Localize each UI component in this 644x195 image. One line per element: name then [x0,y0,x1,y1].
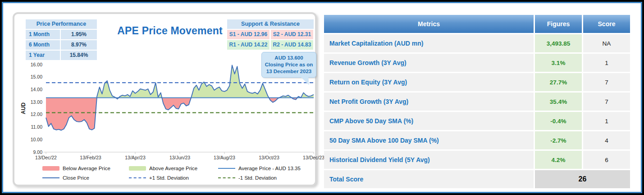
y-axis-tick-label: 12.00 [31,111,42,117]
legend-item: +1 Std. Deviation [129,175,218,181]
metric-figure-cell: 27.7% [535,73,582,91]
metrics-header-cell: Metrics [324,15,534,33]
y-axis-tick-label: 13.00 [31,99,42,105]
metric-figure-cell: 3,493.85 [535,34,582,52]
metric-score-cell: 6 [583,151,630,169]
metric-name-cell: Historical Dividend Yield (5Y Avg) [324,151,534,169]
price-performance-period: 1 Month [26,30,60,39]
metric-name-cell: Revenue Growth (3Y Avg) [324,54,534,72]
legend-label: Below Average Price [63,166,110,171]
metric-figure-cell: -2.7% [535,131,582,149]
dashboard-frame: Price Performance 1 Month1.95%6 Month8.9… [2,2,642,193]
price-performance-rows: 1 Month1.95%6 Month8.97%1 Year15.84% [26,30,97,60]
callout-text: AUD 13.600 Closing Price as on 13 Decemb… [265,55,313,74]
legend-line-swatch [42,177,59,178]
price-performance-period: 6 Month [26,40,60,50]
chart-title: APE Price Movement [98,25,242,37]
y-axis-tick-label: 14.00 [31,87,42,92]
score-header-cell: Score [583,15,630,33]
y-axis-title: AUD [20,102,27,114]
price-performance-value: 15.84% [61,51,97,60]
y-axis-tick-label: 10.00 [31,137,42,142]
metric-name-cell: Market Capitalization (AUD mn) [324,34,534,52]
price-performance-row: 1 Year15.84% [26,51,97,60]
metric-score-cell: 7 [583,73,630,91]
resistance-level-cell: R2 - AUD 14.83 [271,40,313,50]
chart-callout: AUD 13.600 Closing Price as on 13 Decemb… [261,52,316,78]
metrics-table: Metrics Figures Score Market Capitalizat… [324,15,630,188]
x-axis-tick-label: 13/Jun/23 [169,155,190,160]
support-resistance-table: Support & Resistance S1 - AUD 12.96S2 - … [227,19,314,51]
metric-score-cell: 4 [583,131,630,149]
metric-figure-cell: 4.2% [535,151,582,169]
legend-label: Average Price - AUD 13.35 [238,166,301,171]
metric-name-cell: CMP Above 50 Day SMA (%) [324,112,534,130]
metric-score-cell: 1 [583,112,630,130]
legend-label: -1 Std. Deviation [238,175,277,181]
metric-name-cell: 50 Day SMA Above 100 Day SMA (%) [324,131,534,149]
legend-item: Above Average Price [129,166,218,171]
y-axis-tick-label: 9.00 [33,149,43,155]
chart-legend: Below Average PriceAbove Average PriceAv… [42,166,314,181]
legend-label: +1 Std. Deviation [149,175,189,181]
support-level-cell: S1 - AUD 12.96 [227,30,269,39]
support-resistance-title: Support & Resistance [227,19,314,29]
legend-line-swatch [218,177,235,178]
price-performance-row: 1 Month1.95% [26,30,97,39]
support-row: S1 - AUD 12.96S2 - AUD 12.31 [227,30,314,39]
metric-score-cell: 1 [583,54,630,72]
resistance-level-cell: R1 - AUD 14.22 [227,40,269,50]
total-score-label-cell: Total Score [324,170,534,188]
legend-label: Above Average Price [149,166,197,171]
legend-item: -1 Std. Deviation [218,175,314,181]
support-level-cell: S2 - AUD 12.31 [271,30,313,39]
metric-figure-cell: 35.4% [535,93,582,111]
x-axis-tick-label: 13/Dec/22 [35,155,57,160]
metric-name-cell: Net Profit Growth (3Y Avg) [324,93,534,111]
price-performance-period: 1 Year [26,51,60,60]
metric-figure-cell: 3.1% [535,54,582,72]
price-performance-row: 6 Month8.97% [26,40,97,50]
price-performance-title: Price Performance [26,19,97,29]
figures-header-cell: Figures [535,15,582,33]
x-axis-tick-label: 13/Feb/23 [80,155,101,160]
legend-item: Below Average Price [42,166,129,171]
metric-figure-cell: -0.4% [535,112,582,130]
legend-label: Close Price [63,175,89,181]
metric-score-cell: NA [583,34,630,52]
legend-item: Average Price - AUD 13.35 [218,166,314,171]
x-axis-tick-label: 13/Apr/23 [125,155,146,160]
price-performance-value: 1.95% [61,30,97,39]
legend-item: Close Price [42,175,129,181]
metric-name-cell: Return on Equity (3Y Avg) [324,73,534,91]
metric-score-cell: 7 [583,93,630,111]
y-axis-tick-label: 15.00 [31,74,42,79]
legend-line-swatch [129,177,146,178]
y-axis-tick-label: 16.00 [31,62,42,67]
price-performance-table: Price Performance 1 Month1.95%6 Month8.9… [26,19,97,61]
x-axis-tick-label: 13/Oct/23 [259,155,279,160]
price-chart-card: Price Performance 1 Month1.95%6 Month8.9… [13,12,317,186]
x-axis-tick-label: 13/Aug/23 [214,155,235,160]
total-score-value-cell: 26 [535,170,630,188]
resistance-row: R1 - AUD 14.22R2 - AUD 14.83 [227,40,314,50]
x-axis-tick-label: 13/Dec/23 [303,155,324,160]
price-performance-value: 8.97% [61,40,97,50]
y-axis-tick-label: 11.00 [31,124,43,130]
legend-area-swatch [129,166,146,171]
legend-area-swatch [42,166,59,171]
legend-line-swatch [218,168,235,169]
